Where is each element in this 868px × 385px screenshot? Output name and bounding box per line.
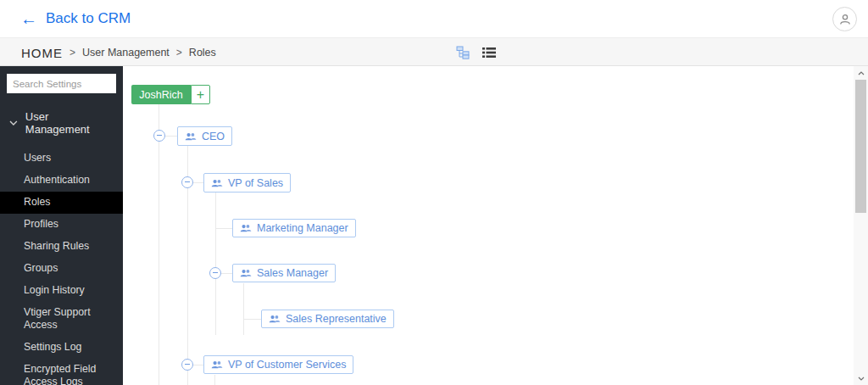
role-node-sales-manager[interactable]: Sales Manager bbox=[232, 264, 336, 282]
collapse-toggle-ceo[interactable] bbox=[153, 130, 165, 142]
crm-settings-window: ← Back to CRM HOME > User Management > R… bbox=[0, 0, 868, 385]
role-node-vp-of-customer-services[interactable]: VP of Customer Services bbox=[203, 355, 353, 374]
sidebar-item-encrypted-field-access-logs[interactable]: Encrypted Field Access Logs bbox=[0, 359, 123, 385]
org-root-label: JoshRich bbox=[131, 85, 191, 104]
chevron-down-icon bbox=[9, 120, 18, 126]
tree-connector bbox=[215, 228, 232, 229]
list-view-icon[interactable] bbox=[481, 46, 496, 60]
role-node-label: Sales Manager bbox=[257, 267, 328, 279]
sidebar-item-list: Users Authentication Roles Profiles Shar… bbox=[0, 148, 123, 385]
sidebar-section-user-management[interactable]: User Management bbox=[0, 93, 123, 142]
sidebar-item-authentication[interactable]: Authentication bbox=[0, 170, 123, 192]
scroll-up-arrow-icon[interactable] bbox=[854, 66, 868, 80]
org-root-node: JoshRich + bbox=[131, 85, 210, 104]
sidebar-item-roles[interactable]: Roles bbox=[0, 192, 123, 214]
vertical-scrollbar[interactable] bbox=[854, 66, 868, 385]
sidebar-item-vtiger-support-access[interactable]: Vtiger Support Access bbox=[0, 302, 123, 337]
back-arrow-icon: ← bbox=[20, 10, 37, 27]
tree-connector bbox=[159, 104, 159, 385]
roles-hierarchy-panel: JoshRich + bbox=[123, 66, 868, 385]
settings-sidebar: User Management Users Authentication Rol… bbox=[0, 66, 123, 385]
group-icon bbox=[211, 360, 223, 369]
breadcrumb-user-management[interactable]: User Management bbox=[82, 47, 170, 59]
group-icon bbox=[240, 224, 252, 232]
collapse-toggle-sales-manager[interactable] bbox=[209, 267, 221, 279]
top-bar: ← Back to CRM bbox=[0, 0, 868, 37]
group-icon bbox=[211, 179, 223, 187]
group-icon bbox=[185, 132, 197, 141]
collapse-toggle-vp-of-customer-services[interactable] bbox=[181, 359, 193, 371]
sidebar-item-settings-log[interactable]: Settings Log bbox=[0, 337, 123, 359]
role-node-sales-representative[interactable]: Sales Representative bbox=[261, 310, 394, 328]
breadcrumb: HOME > User Management > Roles bbox=[21, 38, 216, 67]
role-node-vp-of-sales[interactable]: VP of Sales bbox=[203, 173, 291, 192]
group-icon bbox=[240, 269, 252, 277]
scroll-down-arrow-icon[interactable] bbox=[854, 371, 868, 385]
user-avatar[interactable] bbox=[832, 7, 857, 31]
tree-connector bbox=[243, 283, 244, 335]
sidebar-section-label: User Management bbox=[25, 110, 114, 136]
role-node-ceo[interactable]: CEO bbox=[177, 126, 232, 146]
sidebar-item-users[interactable]: Users bbox=[0, 148, 123, 170]
person-icon bbox=[838, 13, 852, 26]
back-to-crm-link[interactable]: ← Back to CRM bbox=[20, 0, 131, 37]
breadcrumb-separator: > bbox=[176, 47, 182, 59]
role-node-label: Sales Representative bbox=[286, 313, 387, 325]
content-area: User Management Users Authentication Rol… bbox=[0, 66, 868, 385]
view-toggle-group bbox=[455, 38, 496, 67]
group-icon bbox=[269, 315, 281, 323]
breadcrumb-home[interactable]: HOME bbox=[21, 46, 63, 60]
tree-connector bbox=[243, 319, 261, 320]
breadcrumb-roles: Roles bbox=[189, 47, 216, 59]
sidebar-item-login-history[interactable]: Login History bbox=[0, 280, 123, 302]
tree-view-icon[interactable] bbox=[455, 46, 470, 60]
role-node-label: VP of Customer Services bbox=[228, 359, 346, 371]
search-settings-input[interactable] bbox=[7, 74, 116, 93]
breadcrumb-bar: HOME > User Management > Roles bbox=[0, 37, 868, 66]
tree-connector bbox=[214, 375, 215, 385]
sidebar-item-groups[interactable]: Groups bbox=[0, 258, 123, 280]
role-node-marketing-manager[interactable]: Marketing Manager bbox=[232, 219, 356, 237]
breadcrumb-separator: > bbox=[70, 47, 75, 59]
sidebar-item-sharing-rules[interactable]: Sharing Rules bbox=[0, 236, 123, 258]
add-role-button[interactable]: + bbox=[191, 85, 210, 104]
tree-connector bbox=[215, 192, 216, 335]
sidebar-item-profiles[interactable]: Profiles bbox=[0, 214, 123, 236]
role-node-label: VP of Sales bbox=[228, 177, 283, 189]
role-node-label: CEO bbox=[202, 131, 225, 142]
back-to-crm-label: Back to CRM bbox=[46, 10, 131, 27]
role-node-label: Marketing Manager bbox=[257, 222, 348, 234]
collapse-toggle-vp-of-sales[interactable] bbox=[181, 176, 193, 188]
scrollbar-thumb[interactable] bbox=[855, 80, 866, 213]
